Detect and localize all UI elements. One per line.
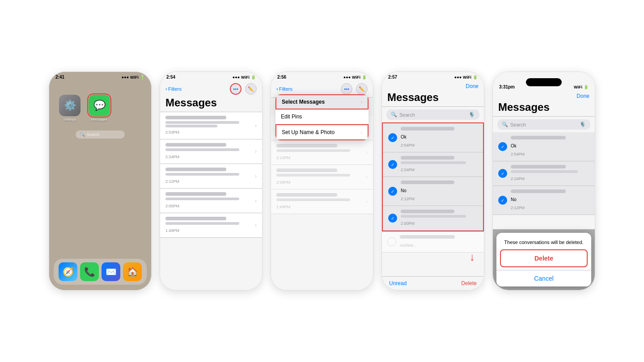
setup-name-label: Set Up Name & Photo — [282, 129, 335, 135]
time-item-4-2: 2:24PM — [401, 168, 415, 172]
time-1: 2:41 — [55, 75, 64, 80]
messages-icon: 💬 — [89, 95, 110, 116]
search-icon: 🔍 — [80, 132, 85, 137]
chevron-2-5: › — [255, 222, 257, 228]
settings-app[interactable]: ⚙️ Settings — [58, 95, 81, 122]
message-item-2-5[interactable]: 1:49PM › — [160, 213, 262, 238]
sender-blur-5-2 — [511, 165, 566, 168]
preview-blur-2-1 — [165, 121, 239, 124]
message-content-2-2: 2:24PM — [165, 143, 252, 160]
time-3: 2:56 — [277, 75, 286, 80]
status-icons-5: WiFi 🔋 — [574, 85, 589, 89]
messages-app[interactable]: 💬 Messages — [88, 95, 111, 122]
mic-icon-5: 🎙️ — [580, 122, 586, 127]
compose-button-3[interactable]: ✏️ — [356, 83, 368, 95]
message-item-5-2[interactable]: ✓ 2:24PM — [493, 161, 595, 186]
wifi-icon-5: WiFi — [574, 85, 582, 89]
nav-back-2[interactable]: ‹ Filters — [165, 86, 182, 92]
message-item-4-5[interactable]: Archive... — [382, 232, 484, 253]
sender-blur-4-2 — [401, 156, 454, 160]
message-content-4-3: No 2:12PM — [401, 181, 478, 202]
status-icons-1: ●●● WiFi 🔋 — [122, 75, 145, 80]
nav-bar-4: Done Messages — [382, 81, 484, 107]
search-bar-5[interactable]: 🔍 Search 🎙️ — [497, 119, 590, 130]
status-icons-3: ●●● WiFi 🔋 — [343, 75, 367, 80]
message-item-4-3[interactable]: ✓ No 2:12PM — [383, 177, 483, 206]
mail-icon[interactable]: ✉️ — [102, 262, 120, 281]
check-4-3: ✓ — [388, 187, 397, 196]
message-item-4-2[interactable]: ✓ 2:24PM — [383, 152, 483, 177]
time-item-3-2: 2:12PM — [276, 156, 290, 160]
back-label-2: Filters — [168, 86, 182, 92]
preview-blur-4-2 — [401, 161, 466, 164]
dropdown-edit-pins[interactable]: Edit Pins — [275, 109, 369, 124]
alert-title: These conversations will be deleted. — [496, 233, 591, 249]
time-2: 2:54 — [166, 75, 175, 80]
dots-button-2[interactable]: ••• — [230, 83, 242, 95]
compose-button-2[interactable]: ✏️ — [245, 83, 257, 95]
search-bar-4[interactable]: 🔍 Search 🎙️ — [386, 109, 479, 120]
sender-blur-3-2 — [276, 144, 337, 147]
check-5-3: ✓ — [498, 196, 507, 205]
status-bar-3: 2:56 ●●● WiFi 🔋 — [271, 72, 373, 81]
message-content-3-4: 1:49PM — [276, 193, 363, 210]
red-highlight-outline — [87, 93, 111, 118]
time-item-4-3: 2:12PM — [401, 197, 415, 201]
signal-icon-4: ●●● — [454, 75, 462, 80]
message-item-5-1[interactable]: ✓ Ok 2:54PM — [493, 132, 595, 161]
time-5: 3:31pm — [499, 84, 515, 89]
bottom-bar-4: Unread Delete — [382, 276, 484, 290]
preview-blur-5-2 — [511, 170, 578, 173]
nav-top-5: Done — [498, 93, 589, 99]
message-item-3-2: 2:12PM › — [271, 140, 373, 165]
home-app-icon[interactable]: 🏠 — [123, 262, 142, 281]
message-item-4-1[interactable]: ✓ Ok 2:54PM — [383, 123, 483, 152]
back-chevron-2: ‹ — [165, 86, 167, 92]
sender-blur-3-4 — [276, 193, 337, 197]
alert-delete-button[interactable]: Delete — [501, 250, 587, 266]
alert-overlay: These conversations will be deleted. Del… — [493, 229, 595, 290]
alert-cancel-button[interactable]: Cancel — [496, 270, 591, 286]
preview2-blur-2-1 — [165, 125, 217, 127]
wifi-icon-4: WiFi — [463, 75, 471, 80]
chevron-3-3: › — [366, 174, 368, 180]
nav-back-3[interactable]: ‹ Filters — [276, 86, 292, 92]
sender-blur-2-1 — [165, 116, 226, 119]
preview-blur-2-5 — [165, 222, 239, 225]
nav-actions-3: ••• ✏️ — [341, 83, 368, 95]
dropdown-setup-name[interactable]: Set Up Name & Photo › — [275, 124, 369, 140]
selected-group: ✓ Ok 2:54PM ✓ 2:24PM — [382, 122, 484, 232]
message-item-2-1[interactable]: 2:53PM › — [160, 112, 262, 139]
dropdown-header[interactable]: Select Messages › — [275, 94, 369, 109]
safari-icon[interactable]: 🧭 — [59, 262, 77, 281]
delete-button-4[interactable]: Delete — [461, 280, 477, 286]
signal-icon-2: ●●● — [233, 75, 240, 80]
time-item-5-1: 2:54PM — [511, 152, 525, 156]
done-button-5[interactable]: Done — [576, 93, 589, 99]
nav-top-4: Done — [387, 83, 479, 89]
phone-messages-delete: 3:31pm WiFi 🔋 Done Messages 🔍 Search 🎙️ — [492, 72, 595, 290]
home-search[interactable]: 🔍 Search — [76, 130, 125, 139]
message-content-5-1: Ok 2:54PM — [511, 136, 589, 157]
settings-label: Settings — [64, 118, 76, 122]
sender-blur-4-1 — [401, 127, 454, 130]
done-button-4[interactable]: Done — [466, 83, 479, 89]
message-list-4: ✓ Ok 2:54PM ✓ 2:24PM — [382, 122, 484, 276]
message-item-2-3[interactable]: 2:12PM › — [160, 164, 262, 189]
uncheck-4-5 — [387, 237, 396, 246]
time-item-4-1: 2:54PM — [401, 143, 415, 147]
unread-button-4[interactable]: Unread — [389, 280, 407, 286]
phone-icon[interactable]: 📞 — [80, 262, 99, 281]
message-item-5-3[interactable]: ✓ No 2:12PM — [493, 186, 595, 215]
preview-text-5-3: No — [511, 197, 517, 202]
message-item-4-4[interactable]: ✓ 2:00PM — [383, 206, 483, 231]
back-chevron-3: ‹ — [276, 86, 278, 92]
message-item-2-2[interactable]: 2:24PM › — [160, 139, 262, 164]
message-content-4-5: Archive... — [400, 235, 479, 248]
dropdown-header-chevron: › — [361, 100, 362, 105]
signal-icon-3: ●●● — [343, 75, 351, 80]
nav-actions-2: ••• ✏️ — [230, 83, 257, 95]
sender-blur-2-5 — [165, 217, 226, 220]
dots-button-3[interactable]: ••• — [341, 83, 352, 95]
message-item-2-4[interactable]: 2:00PM › — [160, 189, 262, 213]
